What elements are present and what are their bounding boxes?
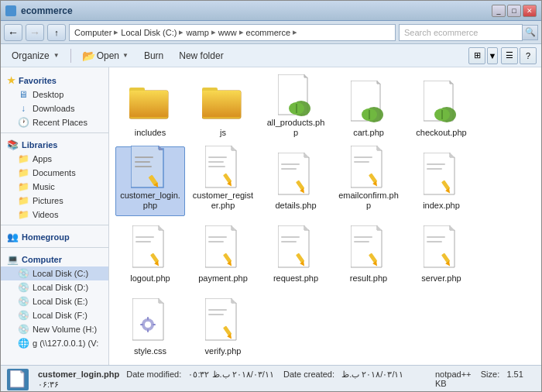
- file-item-verify[interactable]: verify.php: [188, 292, 258, 362]
- file-item-details[interactable]: details.php: [261, 146, 331, 216]
- svg-marker-48: [450, 153, 455, 157]
- file-item-cart[interactable]: cart.php: [334, 74, 403, 143]
- local-disk-c-icon: 💿: [18, 268, 29, 279]
- sidebar-item-documents[interactable]: 📁 Documents: [1, 166, 108, 180]
- file-item-customer-login[interactable]: customer_login.php: [115, 146, 185, 216]
- view-dropdown-button[interactable]: ▼: [487, 47, 498, 64]
- favorites-icon: ★: [7, 75, 15, 86]
- file-label: index.php: [423, 201, 460, 211]
- file-item-payment[interactable]: payment.php: [188, 219, 258, 289]
- breadcrumb: ecommerce: [246, 28, 290, 37]
- sidebar-section-libraries[interactable]: 📚 Libraries: [1, 136, 108, 152]
- file-item-checkout[interactable]: checkout.php: [406, 74, 476, 143]
- sidebar-item-recent-places[interactable]: 🕐 Recent Places: [1, 115, 108, 129]
- sidebar-item-local-e[interactable]: 💿 Local Disk (E:): [1, 294, 108, 308]
- sidebar-item-network-g[interactable]: 🌐 g (\\127.0.0.1) (V:: [1, 336, 108, 350]
- file-item-emailconfirm[interactable]: emailconfirm.php: [334, 146, 403, 216]
- php-file-icon-customer-login: [131, 146, 170, 191]
- svg-rect-93: [208, 309, 227, 311]
- file-item-all-products[interactable]: all_products.php: [261, 74, 331, 143]
- php-file-icon-cart: [351, 81, 386, 124]
- sidebar-item-new-volume-h[interactable]: 💿 New Volume (H:): [1, 322, 108, 336]
- svg-marker-12: [377, 81, 380, 84]
- sidebar-item-apps[interactable]: 📁 Apps: [1, 152, 108, 166]
- svg-rect-89: [140, 324, 143, 325]
- status-php-icon: [10, 370, 26, 389]
- sidebar-item-local-d[interactable]: 💿 Local Disk (D:): [1, 280, 108, 294]
- status-app-group: notpad++ Size: 1.51 KB: [435, 370, 535, 390]
- address-path[interactable]: Computer ▸ Local Disk (C:) ▸ wamp ▸ www …: [69, 24, 396, 41]
- php-file-icon-checkout: [424, 81, 459, 124]
- svg-rect-67: [281, 236, 300, 238]
- maximize-button[interactable]: □: [507, 5, 521, 17]
- folder-icon-js: [202, 84, 244, 120]
- php-file-icon-server: [424, 225, 459, 270]
- file-item-server[interactable]: server.php: [406, 219, 476, 289]
- network-drive-icon: 🌐: [18, 338, 29, 349]
- open-dropdown-arrow: ▼: [122, 52, 129, 59]
- svg-rect-88: [147, 329, 149, 332]
- open-button[interactable]: 📂 Open ▼: [76, 47, 135, 64]
- sidebar-section-computer[interactable]: 💻 Computer: [1, 251, 108, 266]
- search-button[interactable]: 🔍: [523, 25, 538, 40]
- apps-folder-icon: 📁: [18, 153, 29, 164]
- status-date-modified-label: Date modified:: [126, 370, 181, 379]
- svg-marker-36: [304, 153, 309, 157]
- file-item-style[interactable]: style.css: [115, 292, 185, 362]
- file-grid: includes: [112, 70, 538, 365]
- sidebar-item-music[interactable]: 📁 Music: [1, 180, 108, 194]
- organize-button[interactable]: Organize ▼: [5, 47, 66, 64]
- close-button[interactable]: ✕: [523, 5, 537, 17]
- file-label: server.php: [421, 273, 461, 284]
- file-label: cart.php: [353, 128, 384, 138]
- svg-rect-80: [427, 241, 442, 242]
- status-filename: customer_login.php: [38, 370, 119, 379]
- sidebar-item-local-f[interactable]: 💿 Local Disk (F:): [1, 308, 108, 322]
- php-file-icon-all-products: [278, 74, 314, 118]
- sidebar-section-favorites[interactable]: ★ Favorites: [1, 72, 108, 88]
- php-file-icon-customer-register: [205, 146, 241, 191]
- svg-rect-31: [208, 161, 224, 163]
- sidebar-item-pictures[interactable]: 📁 Pictures: [1, 194, 108, 208]
- sidebar-item-local-c[interactable]: 💿 Local Disk (C:): [1, 266, 108, 280]
- search-input[interactable]: Search ecommerce: [399, 24, 523, 41]
- up-button[interactable]: ↑: [47, 24, 66, 41]
- file-label: emailconfirm.php: [338, 191, 400, 211]
- file-area[interactable]: includes: [109, 67, 541, 365]
- status-date-created-label: Date created:: [283, 370, 334, 379]
- view-icon-button[interactable]: ⊞: [468, 47, 485, 64]
- svg-marker-22: [159, 146, 163, 150]
- svg-rect-5: [202, 91, 241, 117]
- computer-icon: 💻: [7, 254, 19, 265]
- back-button[interactable]: ←: [4, 24, 22, 41]
- sidebar-item-desktop[interactable]: 🖥 Desktop: [1, 88, 108, 101]
- sidebar-item-videos[interactable]: 📁 Videos: [1, 208, 108, 222]
- file-item-request[interactable]: request.php: [261, 219, 331, 289]
- file-item-includes[interactable]: includes: [115, 74, 185, 143]
- status-info: customer_login.php Date modified: ٢٠١٨/٠…: [38, 370, 535, 390]
- file-item-result[interactable]: result.php: [334, 219, 403, 289]
- file-item-js[interactable]: js: [188, 74, 258, 143]
- svg-rect-62: [208, 241, 224, 242]
- view-buttons: ⊞ ▼ ☰ ?: [468, 47, 537, 64]
- new-folder-button[interactable]: New folder: [173, 47, 229, 64]
- file-label: checkout.php: [416, 128, 466, 138]
- homegroup-icon: 👥: [7, 232, 19, 242]
- view-details-button[interactable]: ☰: [501, 47, 518, 64]
- file-item-index[interactable]: index.php: [406, 146, 476, 216]
- sidebar-section-homegroup[interactable]: 👥 Homegroup: [1, 229, 108, 244]
- title-bar-controls: _ □ ✕: [492, 5, 537, 17]
- sidebar-item-downloads[interactable]: ↓ Downloads: [1, 101, 108, 115]
- sidebar-divider: [1, 247, 108, 248]
- help-button[interactable]: ?: [520, 47, 537, 64]
- svg-rect-2: [129, 91, 168, 117]
- php-file-icon-request: [278, 225, 314, 270]
- svg-marker-97: [10, 370, 24, 387]
- minimize-button[interactable]: _: [492, 5, 506, 17]
- status-size-label: Size:: [481, 370, 499, 379]
- folder-icon-includes: [129, 84, 171, 120]
- burn-button[interactable]: Burn: [138, 47, 170, 64]
- file-item-logout[interactable]: logout.php: [115, 219, 185, 289]
- file-item-customer-register[interactable]: customer_register.php: [188, 146, 258, 216]
- forward-button[interactable]: →: [26, 24, 44, 41]
